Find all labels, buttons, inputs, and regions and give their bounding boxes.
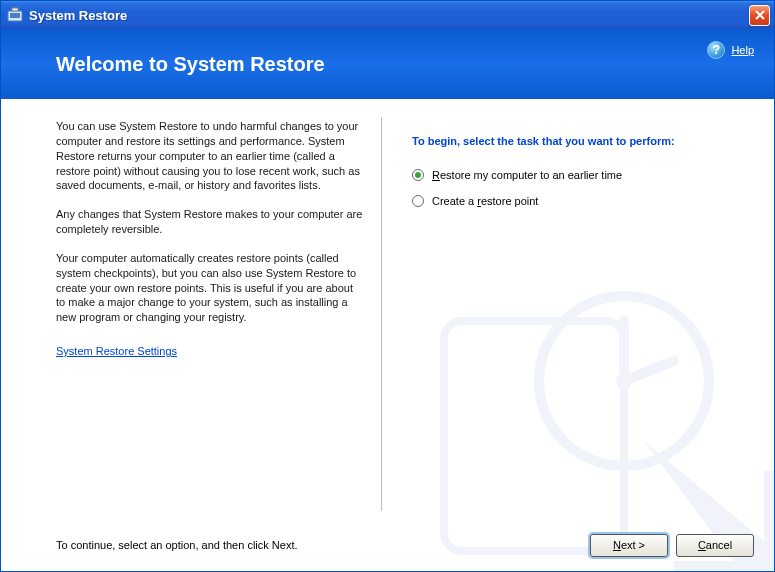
titlebar: System Restore <box>1 1 774 29</box>
system-restore-settings-link[interactable]: System Restore Settings <box>56 345 363 357</box>
option-label: Create a restore point <box>432 195 538 207</box>
content-area: You can use System Restore to undo harmf… <box>1 99 774 571</box>
description-column: You can use System Restore to undo harmf… <box>1 99 381 571</box>
footer: To continue, select an option, and then … <box>1 519 774 571</box>
svg-rect-2 <box>12 8 18 11</box>
close-icon <box>755 10 765 20</box>
intro-paragraph-3: Your computer automatically creates rest… <box>56 251 363 325</box>
task-heading: To begin, select the task that you want … <box>412 135 750 147</box>
task-column: To begin, select the task that you want … <box>382 99 774 571</box>
close-button[interactable] <box>749 5 770 26</box>
help-link[interactable]: Help <box>731 44 754 56</box>
header-band: Welcome to System Restore ? Help <box>1 29 774 99</box>
option-restore-earlier-time[interactable]: Restore my computer to an earlier time <box>412 169 750 181</box>
radio-icon <box>412 195 424 207</box>
footer-instruction: To continue, select an option, and then … <box>56 539 582 551</box>
help-icon[interactable]: ? <box>707 41 725 59</box>
cancel-button[interactable]: Cancel <box>676 534 754 557</box>
intro-paragraph-2: Any changes that System Restore makes to… <box>56 207 363 237</box>
window-title: System Restore <box>29 8 749 23</box>
option-label: Restore my computer to an earlier time <box>432 169 622 181</box>
app-icon <box>7 7 23 23</box>
radio-icon <box>412 169 424 181</box>
help-area: ? Help <box>707 41 754 59</box>
system-restore-window: System Restore Welcome to System Restore… <box>0 0 775 572</box>
next-button[interactable]: Next > <box>590 534 668 557</box>
page-title: Welcome to System Restore <box>56 53 325 76</box>
option-create-restore-point[interactable]: Create a restore point <box>412 195 750 207</box>
intro-paragraph-1: You can use System Restore to undo harmf… <box>56 119 363 193</box>
svg-rect-1 <box>10 13 20 18</box>
